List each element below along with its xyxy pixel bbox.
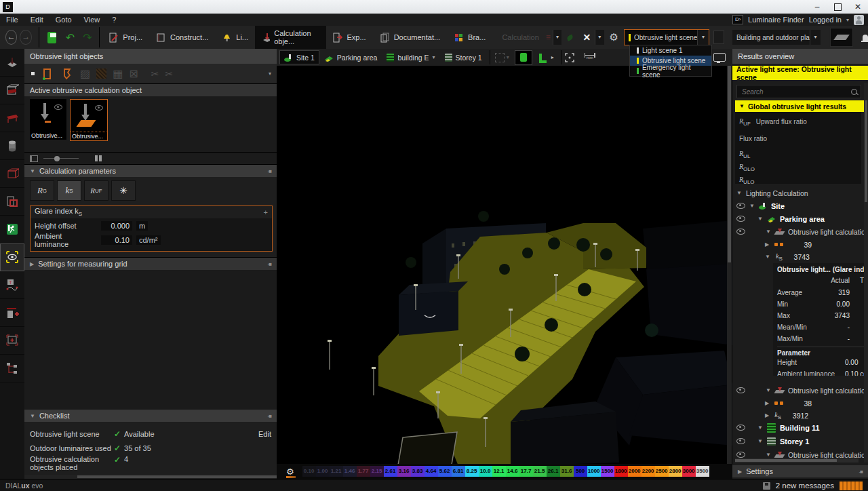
undo-icon[interactable]: ↶ xyxy=(66,31,75,44)
maximize-button[interactable] xyxy=(827,3,848,11)
point-object-icon[interactable] xyxy=(31,72,35,75)
close-button[interactable]: ✕ xyxy=(848,2,868,12)
logged-in-caret-icon[interactable]: ▾ xyxy=(846,17,849,23)
polygon-object-icon[interactable] xyxy=(60,67,74,81)
param-ruf-button[interactable]: RUF xyxy=(84,180,108,201)
rail-obtrusive-light-tool[interactable] xyxy=(0,243,24,271)
back-button[interactable]: ← xyxy=(5,30,17,45)
thumbnail-size-slider[interactable] xyxy=(43,158,79,159)
visibility-eye-icon[interactable] xyxy=(736,387,745,393)
zoom-fit-icon[interactable] xyxy=(564,52,575,63)
view-mode-active-button[interactable] xyxy=(515,50,532,65)
checklist-header[interactable]: ▼Checklist -■ xyxy=(24,410,277,422)
display-settings-icon[interactable] xyxy=(713,53,726,62)
tree-surface2-ks-row[interactable]: ▶ kS 3912 xyxy=(732,409,868,422)
3d-scene-viewport[interactable] xyxy=(277,66,732,464)
tab-documentation[interactable]: Documentat... xyxy=(373,26,447,49)
height-offset-input[interactable]: 0.000 xyxy=(101,221,132,231)
tree-obtrusive-surface-1[interactable]: ▼ Obtrusive light calculation su xyxy=(732,225,868,238)
tab-export[interactable]: Exp... xyxy=(326,26,373,49)
menu-view[interactable]: View xyxy=(78,14,106,25)
results-vscrollbar[interactable] xyxy=(864,83,868,463)
rail-cutout-tool[interactable] xyxy=(0,188,24,216)
building-caret[interactable]: ▾ xyxy=(433,54,435,60)
tab-calculation-objects[interactable]: Calculation obje... xyxy=(255,26,326,49)
minimize-button[interactable]: – xyxy=(807,2,827,12)
tree-surface1-ks-row[interactable]: ▼ kS 3743 xyxy=(732,250,868,263)
avatar[interactable] xyxy=(854,15,864,25)
calc-params-header[interactable]: ▼Calculation parameters -■ xyxy=(24,165,277,177)
checklist-edit-link[interactable]: Edit xyxy=(258,430,271,438)
rail-furniture-tool[interactable] xyxy=(0,104,24,132)
rail-extrusion-tool[interactable] xyxy=(0,160,24,188)
settings-gear-icon[interactable]: ⚙ xyxy=(610,31,618,43)
tree-lighting-calculation[interactable]: ▼Lighting Calculation xyxy=(732,186,868,199)
plan-view-icon[interactable] xyxy=(538,52,549,63)
save-icon[interactable] xyxy=(47,32,56,43)
global-results-header[interactable]: ▼ Global obtrusive light results xyxy=(735,100,868,112)
pin-icon[interactable]: -■ xyxy=(268,413,272,419)
rail-room-tool[interactable] xyxy=(0,77,24,104)
rail-cylinder-tool[interactable] xyxy=(0,132,24,160)
tree-hscrollbar[interactable] xyxy=(735,458,859,463)
messages-progress-badge[interactable] xyxy=(840,482,863,490)
rect-object-icon[interactable] xyxy=(41,67,54,81)
rail-region-add-tool[interactable] xyxy=(0,327,24,355)
rail-escape-sign-tool[interactable] xyxy=(0,216,24,243)
forward-button[interactable]: → xyxy=(20,30,31,45)
redo-icon[interactable]: ↷ xyxy=(83,31,92,44)
rail-point-sequence-tool[interactable]: T xyxy=(0,271,24,299)
param-daylight-button[interactable]: ✳ xyxy=(111,180,136,201)
add-parameter-icon[interactable]: + xyxy=(264,208,268,216)
cancel-calculation-icon[interactable]: ✕ xyxy=(583,32,591,43)
obtrusive-object-thumbnail-2[interactable]: Obtrusive... xyxy=(70,99,108,141)
breadcrumb-storey[interactable]: Storey 1 xyxy=(440,50,487,64)
pin-icon[interactable]: -■ xyxy=(268,261,272,267)
menu-goto[interactable]: Goto xyxy=(50,14,78,25)
visibility-eye-icon[interactable] xyxy=(736,438,745,444)
scale-settings-gear-icon[interactable]: ⚙ xyxy=(286,467,294,477)
tab-construction[interactable]: Construct... xyxy=(149,26,215,49)
logged-in-label[interactable]: Logged in xyxy=(809,16,842,24)
rail-calculation-surface-tool[interactable] xyxy=(0,49,24,77)
tab-light[interactable]: Li... xyxy=(215,26,255,49)
toolbar-caret[interactable]: ▾ xyxy=(269,71,271,77)
collapse-icon[interactable]: ▼ xyxy=(739,103,745,109)
breadcrumb-site[interactable]: Site 1 xyxy=(279,50,319,64)
menu-help[interactable]: ? xyxy=(106,14,122,25)
measuring-grid-header[interactable]: ▶Settings for measuring grid -■ xyxy=(24,258,277,270)
context-caret[interactable]: ▾ xyxy=(810,30,821,45)
visibility-eye-icon[interactable] xyxy=(736,425,745,431)
tree-building-11[interactable]: ▼ Building 11 xyxy=(732,421,868,434)
viewport-vscrollbar[interactable] xyxy=(727,66,732,464)
tree-surface2-glare-row[interactable]: ▶ 38 xyxy=(732,397,868,410)
tree-obtrusive-surface-2[interactable]: ▼ Obtrusive light calculation su xyxy=(732,384,868,397)
measure-icon[interactable]: mm xyxy=(585,55,595,60)
visibility-eye-icon[interactable] xyxy=(736,229,745,235)
cancel-caret[interactable]: ▾ xyxy=(595,30,604,45)
param-rg-button[interactable]: RG xyxy=(30,180,54,201)
tab-brands[interactable]: Bra... xyxy=(447,26,492,49)
tree-storey-1[interactable]: ▼ Storey 1 xyxy=(732,435,868,448)
visibility-eye-icon[interactable] xyxy=(736,452,745,458)
rail-hierarchy-tool[interactable] xyxy=(0,355,24,382)
rail-surface-add-tool[interactable] xyxy=(0,299,24,327)
tree-parking-area[interactable]: ▼ Parking area xyxy=(732,212,868,225)
results-search[interactable] xyxy=(736,85,861,98)
view-caret[interactable]: ▸ xyxy=(551,54,554,60)
breadcrumb-parking-area[interactable]: Parking area xyxy=(319,50,382,64)
visibility-eye-icon[interactable] xyxy=(736,203,745,209)
planning-context-dropdown[interactable]: Building and outdoor pla... ▾ xyxy=(732,30,821,45)
ambient-luminance-input[interactable]: 0.10 xyxy=(101,235,132,245)
menu-emergency-light-scene[interactable]: Emergency light scene xyxy=(630,66,711,76)
search-input[interactable] xyxy=(741,87,838,96)
messages-link[interactable]: 2 new messages xyxy=(776,482,834,490)
menu-file[interactable]: File xyxy=(0,14,24,25)
tab-project[interactable]: Proj... xyxy=(102,26,149,49)
visibility-eye-icon[interactable] xyxy=(736,216,745,222)
tree-surface1-glare-row[interactable]: ▶ 39 xyxy=(732,238,868,251)
luminaire-quick-button[interactable] xyxy=(830,28,853,47)
notifications-bell-icon[interactable] xyxy=(863,35,868,41)
pin-icon[interactable]: -■ xyxy=(859,469,863,475)
menu-light-scene-1[interactable]: Light scene 1 xyxy=(630,45,711,56)
